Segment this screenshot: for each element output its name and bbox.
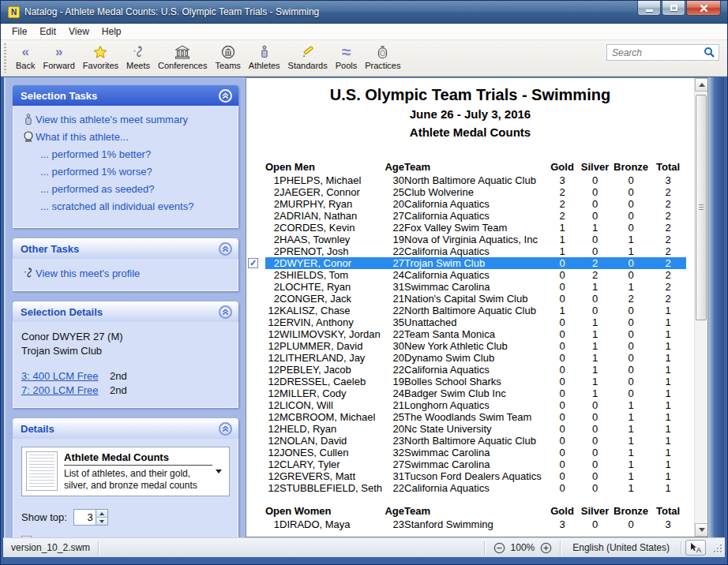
task-link[interactable]: ... performed 1% worse?: [40, 166, 152, 178]
task-performed-as-seeded[interactable]: ... performed as seeded?: [40, 183, 230, 195]
show-top-stepper[interactable]: 3: [73, 509, 108, 526]
athlete-person-icon: [21, 114, 36, 125]
toolbar-gripper[interactable]: [4, 43, 6, 73]
event-link[interactable]: 3: 400 LCM Free: [21, 369, 110, 384]
bronze-cell: 0: [612, 518, 650, 530]
task-link[interactable]: ... scratched all individual events?: [40, 200, 193, 212]
search-box[interactable]: [606, 44, 719, 61]
task-performed-worse[interactable]: ... performed 1% worse?: [40, 166, 230, 178]
minimize-button[interactable]: [637, 1, 661, 16]
practices-button[interactable]: Practices: [361, 43, 404, 71]
collapse-chevron-icon[interactable]: [219, 242, 232, 256]
scrollbar-up-icon[interactable]: [695, 78, 708, 92]
task-performed-better[interactable]: ... performed 1% better?: [40, 148, 230, 160]
team-cell: Unattached: [404, 316, 546, 328]
athlete-row[interactable]: 12DRESSEL, Caeleb19Bolles School Sharks0…: [246, 376, 686, 387]
meets-button[interactable]: Meets: [122, 43, 154, 71]
athlete-row[interactable]: 12HELD, Ryan20Nc State University0011: [246, 423, 686, 435]
resize-grip[interactable]: [711, 541, 723, 554]
athlete-row[interactable]: 2MURPHY, Ryan20California Aquatics2002: [246, 198, 686, 210]
menu-file[interactable]: File: [6, 24, 33, 39]
athlete-row[interactable]: 2LOCHTE, Ryan31Swimmac Carolina0112: [246, 281, 686, 293]
collapse-chevron-icon[interactable]: [219, 305, 232, 319]
athlete-row[interactable]: 12LICON, Will21Longhorn Aquatics0011: [246, 399, 686, 411]
other-tasks-header[interactable]: Other Tasks: [13, 238, 238, 259]
athlete-row[interactable]: 1DIRADO, Maya23Stanford Swimming3003: [246, 518, 686, 530]
gold-cell: 0: [546, 352, 578, 364]
athlete-row[interactable]: 2JAEGER, Connor25Club Wolverine2002: [246, 186, 686, 198]
show-top-value[interactable]: 3: [74, 510, 96, 525]
collapse-chevron-icon[interactable]: [219, 89, 232, 103]
report-type-dropdown[interactable]: Athlete Medal Counts List of athletes, a…: [21, 447, 230, 496]
task-view-meet-profile[interactable]: View this meet's profile: [21, 267, 230, 279]
forward-button[interactable]: » Forward: [39, 43, 78, 71]
menu-help[interactable]: Help: [96, 24, 128, 39]
athletes-button[interactable]: Athletes: [245, 43, 284, 71]
athlete-row[interactable]: 12PEBLEY, Jacob22California Aquatics0101: [246, 364, 686, 376]
search-icon[interactable]: [704, 47, 715, 58]
athlete-row[interactable]: 12KALISZ, Chase22North Baltimore Aquatic…: [246, 305, 686, 316]
menu-view[interactable]: View: [62, 24, 96, 39]
athlete-row[interactable]: 12WILIMOVSKY, Jordan22Team Santa Monica0…: [246, 328, 686, 340]
task-what-if[interactable]: What if this athlete...: [21, 131, 230, 143]
row-select-gutter: [246, 210, 265, 222]
search-input[interactable]: [612, 47, 704, 58]
selected-row-checkbox[interactable]: ✓: [248, 258, 258, 268]
dropdown-arrow-icon[interactable]: [212, 451, 225, 492]
team-cell: Badger Swim Club Inc: [404, 387, 546, 399]
input-cursor-button[interactable]: A: [685, 540, 706, 556]
scrollbar-down-icon[interactable]: [695, 523, 708, 537]
standards-button[interactable]: Standards: [284, 43, 332, 71]
maximize-button[interactable]: [662, 1, 685, 16]
task-link[interactable]: View this meet's profile: [36, 268, 140, 279]
athlete-row[interactable]: 12GREVERS, Matt31Tucson Ford Dealers Aqu…: [246, 470, 686, 482]
athlete-row[interactable]: 2CORDES, Kevin22Fox Valley Swim Team1102: [246, 222, 686, 234]
athlete-row[interactable]: 12MILLER, Cody24Badger Swim Club Inc0101: [246, 387, 686, 399]
selection-tasks-header[interactable]: Selection Tasks: [13, 85, 238, 106]
pools-button[interactable]: ≈ Pools: [332, 43, 362, 71]
athlete-row[interactable]: 12ERVIN, Anthony35Unattached0101: [246, 316, 686, 328]
close-button[interactable]: [686, 1, 721, 16]
athlete-row[interactable]: 12NOLAN, David23North Baltimore Aquatic …: [246, 435, 686, 447]
stepper-down-icon[interactable]: [96, 518, 107, 525]
athlete-row[interactable]: 12MCBROOM, Michael25The Woodlands Swim T…: [246, 411, 686, 423]
stepper-up-icon[interactable]: [96, 510, 107, 518]
back-button[interactable]: « Back: [12, 43, 39, 71]
event-link[interactable]: 7: 200 LCM Free: [21, 384, 110, 398]
bronze-cell: 0: [612, 340, 650, 352]
athlete-row[interactable]: ✓2DWYER, Conor27Trojan Swim Club0202: [246, 257, 686, 269]
athlete-row[interactable]: 2SHIELDS, Tom24California Aquatics0202: [246, 269, 686, 281]
collapse-chevron-icon[interactable]: [219, 422, 232, 436]
sidebar: Selection Tasks View this athlete's meet…: [4, 77, 246, 537]
language-indicator[interactable]: English (United States): [561, 542, 681, 553]
athlete-row[interactable]: 2HAAS, Townley19Nova of Virginia Aquatic…: [246, 234, 686, 245]
vertical-scrollbar[interactable]: [694, 78, 707, 537]
athlete-row[interactable]: 2CONGER, Jack21Nation's Capital Swim Clu…: [246, 293, 686, 305]
selection-details-header[interactable]: Selection Details: [13, 301, 238, 322]
task-link[interactable]: View this athlete's meet summary: [36, 114, 188, 125]
menu-edit[interactable]: Edit: [33, 24, 62, 39]
athlete-row[interactable]: 2PRENOT, Josh22California Aquatics1012: [246, 245, 686, 257]
gold-cell: 0: [546, 411, 578, 423]
meets-seahorse-icon: [21, 267, 36, 279]
athlete-row[interactable]: 1PHELPS, Michael30North Baltimore Aquati…: [246, 174, 686, 186]
silver-cell: 0: [578, 423, 612, 435]
scrollbar-thumb[interactable]: [696, 95, 707, 320]
task-link[interactable]: ... performed as seeded?: [40, 183, 155, 195]
conferences-button[interactable]: Conferences: [154, 43, 211, 71]
task-link[interactable]: What if this athlete...: [36, 131, 129, 143]
zoom-out-icon[interactable]: [493, 542, 505, 554]
athlete-row[interactable]: 2ADRIAN, Nathan27California Aquatics2002: [246, 210, 686, 222]
task-link[interactable]: ... performed 1% better?: [40, 148, 151, 160]
athlete-row[interactable]: 12CLARY, Tyler27Swimmac Carolina0011: [246, 458, 686, 470]
athlete-row[interactable]: 12STUBBLEFIELD, Seth22California Aquatic…: [246, 482, 686, 494]
athlete-row[interactable]: 12PLUMMER, David30New York Athletic Club…: [246, 340, 686, 352]
task-scratched-events[interactable]: ... scratched all individual events?: [40, 200, 230, 212]
details-header[interactable]: Details: [13, 418, 238, 439]
task-view-meet-summary[interactable]: View this athlete's meet summary: [21, 114, 230, 125]
athlete-row[interactable]: 12JONES, Cullen32Swimmac Carolina0011: [246, 447, 686, 458]
teams-button[interactable]: Teams: [211, 43, 244, 71]
favorites-button[interactable]: Favorites: [79, 43, 122, 71]
zoom-in-icon[interactable]: [540, 542, 552, 554]
athlete-row[interactable]: 12LITHERLAND, Jay20Dynamo Swim Club0101: [246, 352, 686, 364]
